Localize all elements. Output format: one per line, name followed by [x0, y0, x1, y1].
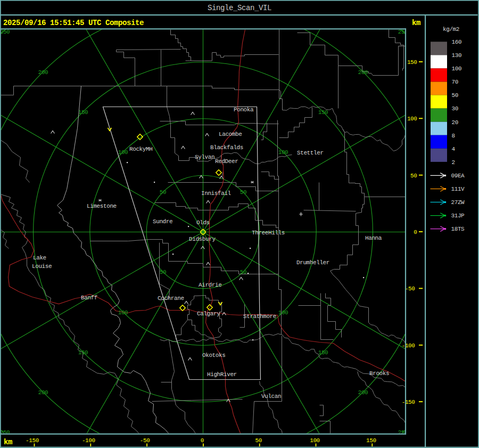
svg-text:50: 50 — [160, 189, 166, 196]
svg-text:Louise: Louise — [32, 263, 52, 270]
svg-text:km: km — [412, 19, 420, 27]
svg-text:50: 50 — [452, 92, 458, 99]
svg-text:50: 50 — [255, 437, 261, 444]
svg-text:Didsbury: Didsbury — [189, 236, 216, 242]
svg-text:kg/m2: kg/m2 — [443, 26, 459, 32]
svg-text:100: 100 — [118, 149, 128, 156]
svg-text:-150: -150 — [402, 399, 415, 405]
svg-text:50: 50 — [240, 189, 246, 196]
svg-text:-150: -150 — [26, 437, 39, 444]
svg-text:100: 100 — [278, 309, 288, 316]
svg-text:Sundre: Sundre — [153, 218, 172, 225]
svg-text:2025/09/16 15:51:45 UTC Compos: 2025/09/16 15:51:45 UTC Composite — [3, 19, 144, 27]
svg-text:2: 2 — [452, 159, 455, 166]
svg-text:27ZW: 27ZW — [451, 199, 465, 206]
svg-text:Blackfalds: Blackfalds — [210, 144, 243, 151]
svg-text:Calgary: Calgary — [197, 311, 220, 317]
svg-text:160: 160 — [452, 39, 462, 45]
svg-text:Single_Scan_VIL: Single_Scan_VIL — [208, 4, 271, 12]
svg-text:-50: -50 — [405, 286, 415, 292]
svg-text:200: 200 — [38, 69, 48, 76]
svg-text:250: 250 — [0, 29, 10, 35]
svg-text:111V: 111V — [451, 186, 465, 192]
svg-text:150: 150 — [318, 349, 328, 356]
svg-text:Strathmore: Strathmore — [243, 313, 276, 320]
svg-text:Lake: Lake — [33, 255, 46, 261]
svg-text:Olds: Olds — [196, 219, 210, 226]
svg-text:-100: -100 — [82, 437, 95, 444]
svg-text:Vulcan: Vulcan — [261, 393, 281, 400]
svg-text:50: 50 — [240, 269, 246, 275]
svg-text:0: 0 — [414, 229, 417, 235]
svg-text:RockyMH: RockyMH — [129, 146, 152, 152]
svg-text:200: 200 — [358, 69, 368, 76]
svg-text:RedDeer: RedDeer — [215, 158, 238, 165]
svg-text:70: 70 — [452, 79, 458, 85]
svg-text:Brooks: Brooks — [369, 370, 389, 377]
svg-text:31JP: 31JP — [451, 213, 465, 219]
svg-text:130: 130 — [452, 52, 462, 59]
svg-text:km: km — [4, 438, 12, 446]
svg-text:ThreeHills: ThreeHills — [252, 230, 285, 236]
svg-text:Innisfail: Innisfail — [201, 190, 231, 197]
svg-text:200: 200 — [38, 389, 48, 396]
svg-text:HighRiver: HighRiver — [207, 371, 237, 378]
svg-text:0: 0 — [201, 437, 204, 444]
svg-text:150: 150 — [78, 349, 88, 356]
svg-text:8: 8 — [452, 133, 455, 139]
svg-text:100: 100 — [278, 149, 288, 156]
svg-text:Airdrie: Airdrie — [199, 282, 221, 288]
svg-text:Cochrane: Cochrane — [158, 295, 184, 302]
svg-text:50: 50 — [160, 269, 166, 275]
svg-text:100: 100 — [118, 309, 128, 316]
svg-text:-50: -50 — [140, 437, 150, 444]
svg-text:150: 150 — [366, 437, 376, 444]
svg-text:Sylvan: Sylvan — [195, 154, 214, 160]
svg-text:100: 100 — [452, 66, 462, 72]
svg-text:30: 30 — [452, 105, 458, 112]
svg-text:50: 50 — [410, 173, 417, 179]
svg-text:09EA: 09EA — [451, 173, 465, 179]
svg-text:Banff: Banff — [81, 295, 97, 301]
svg-text:Drumheller: Drumheller — [296, 259, 329, 266]
svg-text:150: 150 — [78, 109, 88, 116]
svg-text:100: 100 — [310, 437, 320, 444]
svg-text:20: 20 — [452, 119, 458, 126]
svg-text:150: 150 — [407, 59, 417, 66]
svg-text:-100: -100 — [402, 343, 415, 349]
svg-text:4: 4 — [452, 146, 456, 152]
svg-text:Limestone: Limestone — [87, 203, 117, 209]
svg-text:150: 150 — [318, 109, 328, 116]
svg-text:200: 200 — [358, 389, 368, 396]
svg-text:Lacombe: Lacombe — [219, 131, 242, 137]
svg-text:Stettler: Stettler — [297, 150, 324, 156]
svg-text:Hanna: Hanna — [365, 235, 382, 241]
svg-text:Okotoks: Okotoks — [202, 352, 225, 359]
svg-text:Ponoka: Ponoka — [234, 107, 254, 113]
svg-text:18TS: 18TS — [451, 226, 465, 232]
svg-text:100: 100 — [407, 116, 417, 122]
